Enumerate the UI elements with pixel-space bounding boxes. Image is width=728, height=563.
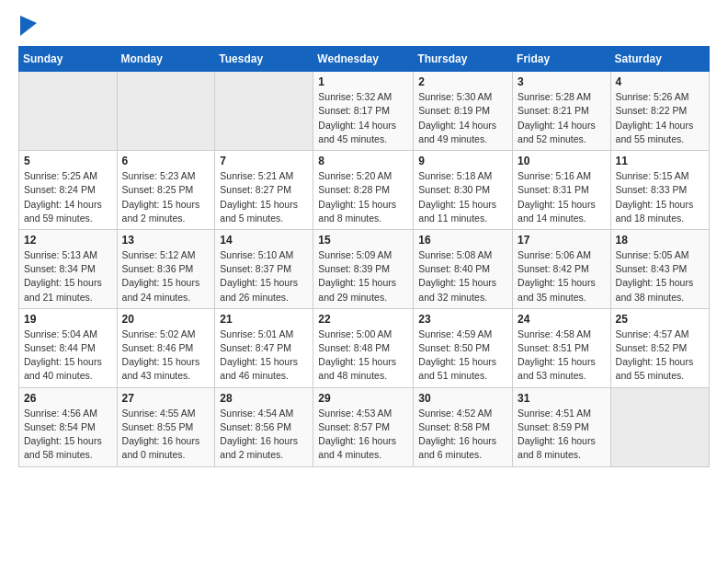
calendar-cell: 23Sunrise: 4:59 AM Sunset: 8:50 PM Dayli…	[414, 308, 513, 387]
calendar-cell: 14Sunrise: 5:10 AM Sunset: 8:37 PM Dayli…	[215, 229, 313, 308]
col-header-saturday: Saturday	[610, 47, 709, 72]
col-header-monday: Monday	[117, 47, 215, 72]
calendar-cell: 19Sunrise: 5:04 AM Sunset: 8:44 PM Dayli…	[19, 308, 118, 387]
day-info: Sunrise: 4:58 AM Sunset: 8:51 PM Dayligh…	[518, 327, 606, 384]
day-info: Sunrise: 5:02 AM Sunset: 8:46 PM Dayligh…	[122, 327, 210, 384]
calendar-cell: 10Sunrise: 5:16 AM Sunset: 8:31 PM Dayli…	[513, 151, 611, 230]
calendar-cell: 2Sunrise: 5:30 AM Sunset: 8:19 PM Daylig…	[414, 72, 513, 151]
calendar-cell: 16Sunrise: 5:08 AM Sunset: 8:40 PM Dayli…	[414, 229, 513, 308]
logo-icon	[20, 16, 37, 36]
calendar-cell: 18Sunrise: 5:05 AM Sunset: 8:43 PM Dayli…	[610, 229, 709, 308]
calendar-cell: 3Sunrise: 5:28 AM Sunset: 8:21 PM Daylig…	[513, 72, 611, 151]
day-info: Sunrise: 5:08 AM Sunset: 8:40 PM Dayligh…	[418, 248, 507, 304]
day-info: Sunrise: 5:00 AM Sunset: 8:48 PM Dayligh…	[318, 327, 408, 384]
calendar-cell: 9Sunrise: 5:18 AM Sunset: 8:30 PM Daylig…	[414, 151, 513, 230]
calendar-cell: 20Sunrise: 5:02 AM Sunset: 8:46 PM Dayli…	[117, 308, 215, 387]
calendar-week-row: 12Sunrise: 5:13 AM Sunset: 8:34 PM Dayli…	[19, 229, 710, 308]
calendar-cell: 13Sunrise: 5:12 AM Sunset: 8:36 PM Dayli…	[117, 229, 215, 308]
calendar-cell	[117, 72, 215, 151]
calendar-cell: 26Sunrise: 4:56 AM Sunset: 8:54 PM Dayli…	[19, 387, 118, 466]
day-number: 17	[518, 234, 606, 247]
calendar-cell: 30Sunrise: 4:52 AM Sunset: 8:58 PM Dayli…	[414, 387, 513, 466]
calendar-cell: 12Sunrise: 5:13 AM Sunset: 8:34 PM Dayli…	[19, 229, 118, 308]
day-info: Sunrise: 5:18 AM Sunset: 8:30 PM Dayligh…	[418, 169, 507, 225]
day-info: Sunrise: 4:54 AM Sunset: 8:56 PM Dayligh…	[220, 407, 308, 463]
day-number: 8	[318, 155, 408, 167]
col-header-thursday: Thursday	[414, 47, 513, 72]
col-header-tuesday: Tuesday	[215, 47, 313, 72]
day-info: Sunrise: 5:23 AM Sunset: 8:25 PM Dayligh…	[122, 169, 210, 225]
day-number: 26	[24, 392, 112, 405]
day-info: Sunrise: 4:52 AM Sunset: 8:58 PM Dayligh…	[418, 407, 507, 463]
day-number: 14	[220, 234, 308, 247]
calendar-week-row: 19Sunrise: 5:04 AM Sunset: 8:44 PM Dayli…	[19, 308, 710, 387]
calendar-cell	[19, 72, 118, 151]
day-number: 29	[318, 392, 408, 405]
day-number: 24	[518, 313, 606, 326]
day-number: 13	[122, 234, 210, 247]
calendar-cell	[215, 72, 313, 151]
calendar-cell: 17Sunrise: 5:06 AM Sunset: 8:42 PM Dayli…	[513, 229, 611, 308]
day-number: 11	[616, 155, 704, 167]
logo	[18, 15, 37, 37]
day-info: Sunrise: 5:20 AM Sunset: 8:28 PM Dayligh…	[318, 169, 408, 225]
day-info: Sunrise: 4:57 AM Sunset: 8:52 PM Dayligh…	[616, 327, 704, 384]
day-number: 9	[418, 155, 507, 167]
day-number: 4	[616, 75, 704, 88]
day-info: Sunrise: 5:15 AM Sunset: 8:33 PM Dayligh…	[616, 169, 704, 225]
day-number: 7	[220, 155, 308, 167]
calendar-cell: 22Sunrise: 5:00 AM Sunset: 8:48 PM Dayli…	[313, 308, 414, 387]
day-number: 15	[318, 234, 408, 247]
day-info: Sunrise: 4:55 AM Sunset: 8:55 PM Dayligh…	[122, 407, 210, 463]
day-info: Sunrise: 5:30 AM Sunset: 8:19 PM Dayligh…	[418, 90, 507, 146]
day-info: Sunrise: 4:59 AM Sunset: 8:50 PM Dayligh…	[418, 327, 507, 384]
day-info: Sunrise: 5:10 AM Sunset: 8:37 PM Dayligh…	[220, 248, 308, 304]
day-info: Sunrise: 5:26 AM Sunset: 8:22 PM Dayligh…	[616, 90, 704, 146]
day-number: 27	[122, 392, 210, 405]
day-info: Sunrise: 4:56 AM Sunset: 8:54 PM Dayligh…	[24, 407, 112, 463]
calendar-cell: 11Sunrise: 5:15 AM Sunset: 8:33 PM Dayli…	[610, 151, 709, 230]
day-info: Sunrise: 5:25 AM Sunset: 8:24 PM Dayligh…	[24, 169, 112, 225]
calendar-cell: 6Sunrise: 5:23 AM Sunset: 8:25 PM Daylig…	[117, 151, 215, 230]
day-number: 23	[418, 313, 507, 326]
day-info: Sunrise: 5:28 AM Sunset: 8:21 PM Dayligh…	[518, 90, 606, 146]
day-number: 30	[418, 392, 507, 405]
day-info: Sunrise: 4:53 AM Sunset: 8:57 PM Dayligh…	[318, 407, 408, 463]
day-number: 22	[318, 313, 408, 326]
calendar-cell: 8Sunrise: 5:20 AM Sunset: 8:28 PM Daylig…	[313, 151, 414, 230]
day-info: Sunrise: 5:04 AM Sunset: 8:44 PM Dayligh…	[24, 327, 112, 384]
day-number: 10	[518, 155, 606, 167]
day-info: Sunrise: 5:05 AM Sunset: 8:43 PM Dayligh…	[616, 248, 704, 304]
calendar-cell	[610, 387, 709, 466]
day-number: 3	[518, 75, 606, 88]
calendar-cell: 24Sunrise: 4:58 AM Sunset: 8:51 PM Dayli…	[513, 308, 611, 387]
day-number: 21	[220, 313, 308, 326]
day-info: Sunrise: 5:06 AM Sunset: 8:42 PM Dayligh…	[518, 248, 606, 304]
day-info: Sunrise: 5:16 AM Sunset: 8:31 PM Dayligh…	[518, 169, 606, 225]
calendar-header-row: SundayMondayTuesdayWednesdayThursdayFrid…	[19, 47, 710, 72]
page: SundayMondayTuesdayWednesdayThursdayFrid…	[0, 0, 728, 482]
calendar-table: SundayMondayTuesdayWednesdayThursdayFrid…	[18, 46, 710, 466]
day-number: 19	[24, 313, 112, 326]
day-info: Sunrise: 5:12 AM Sunset: 8:36 PM Dayligh…	[122, 248, 210, 304]
calendar-cell: 29Sunrise: 4:53 AM Sunset: 8:57 PM Dayli…	[313, 387, 414, 466]
calendar-cell: 5Sunrise: 5:25 AM Sunset: 8:24 PM Daylig…	[19, 151, 118, 230]
col-header-sunday: Sunday	[19, 47, 118, 72]
calendar-cell: 27Sunrise: 4:55 AM Sunset: 8:55 PM Dayli…	[117, 387, 215, 466]
day-number: 16	[418, 234, 507, 247]
calendar-cell: 25Sunrise: 4:57 AM Sunset: 8:52 PM Dayli…	[610, 308, 709, 387]
day-number: 31	[518, 392, 606, 405]
calendar-week-row: 26Sunrise: 4:56 AM Sunset: 8:54 PM Dayli…	[19, 387, 710, 466]
calendar-cell: 4Sunrise: 5:26 AM Sunset: 8:22 PM Daylig…	[610, 72, 709, 151]
svg-marker-0	[20, 16, 37, 36]
day-info: Sunrise: 5:09 AM Sunset: 8:39 PM Dayligh…	[318, 248, 408, 304]
day-number: 18	[616, 234, 704, 247]
calendar-week-row: 1Sunrise: 5:32 AM Sunset: 8:17 PM Daylig…	[19, 72, 710, 151]
calendar-cell: 28Sunrise: 4:54 AM Sunset: 8:56 PM Dayli…	[215, 387, 313, 466]
calendar-week-row: 5Sunrise: 5:25 AM Sunset: 8:24 PM Daylig…	[19, 151, 710, 230]
day-number: 20	[122, 313, 210, 326]
calendar-cell: 31Sunrise: 4:51 AM Sunset: 8:59 PM Dayli…	[513, 387, 611, 466]
day-info: Sunrise: 5:13 AM Sunset: 8:34 PM Dayligh…	[24, 248, 112, 304]
col-header-friday: Friday	[513, 47, 611, 72]
day-number: 12	[24, 234, 112, 247]
